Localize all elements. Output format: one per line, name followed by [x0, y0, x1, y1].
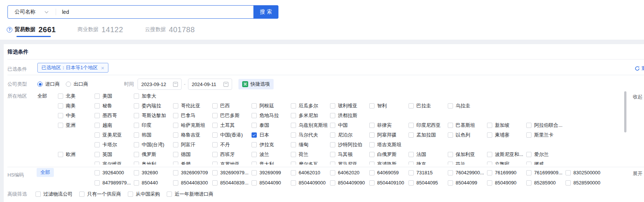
- radio-icon[interactable]: [66, 82, 71, 87]
- region-checkbox-孟加拉国[interactable]: 孟加拉国: [409, 132, 448, 138]
- checkbox-icon[interactable]: [173, 103, 178, 108]
- checkbox-icon[interactable]: [58, 152, 63, 157]
- region-checkbox-巴拿马[interactable]: 巴拿马: [173, 112, 212, 119]
- radio-进口商[interactable]: 进口商: [37, 81, 60, 88]
- checkbox-icon[interactable]: [167, 192, 172, 197]
- question-circle-icon[interactable]: ?: [7, 27, 12, 33]
- region-checkbox-加拿大[interactable]: 加拿大: [134, 93, 173, 100]
- region-checkbox-阿塞拜疆[interactable]: 阿塞拜疆: [369, 132, 409, 138]
- checkbox-icon[interactable]: [330, 170, 335, 175]
- region-checkbox-危地马拉[interactable]: 危地马拉: [252, 112, 291, 119]
- checkbox-icon[interactable]: [291, 113, 296, 118]
- region-checkbox-韩国[interactable]: 韩国: [134, 132, 173, 138]
- region-group-checkbox-亚洲[interactable]: 亚洲: [58, 122, 95, 129]
- checkbox-icon[interactable]: [134, 94, 139, 99]
- checkbox-icon[interactable]: [95, 162, 100, 165]
- region-checkbox-伊拉克[interactable]: 伊拉克: [252, 141, 291, 148]
- region-scroll-area[interactable]: 北美美国加拿大南美秘鲁委内瑞拉哥伦比亚巴西阿根廷厄瓜多尔玻利维亚智利巴拉圭乌拉圭…: [58, 91, 626, 165]
- region-checkbox-巴巴多斯[interactable]: 巴巴多斯: [212, 112, 252, 119]
- checkbox-icon[interactable]: [173, 132, 178, 138]
- checkbox-icon[interactable]: [95, 152, 100, 157]
- region-checkbox-波兰[interactable]: 波兰: [252, 151, 291, 158]
- hs-checkbox-64062010[interactable]: 64062010: [291, 170, 330, 175]
- region-checkbox-希腊[interactable]: 希腊: [173, 161, 212, 165]
- checkbox-icon[interactable]: [369, 132, 375, 138]
- checkbox-icon[interactable]: [487, 132, 492, 138]
- region-group-checkbox-中美[interactable]: 中美: [58, 112, 95, 119]
- region-checkbox-保加利亚[interactable]: 保加利亚: [448, 151, 487, 158]
- hs-checkbox-85044095[interactable]: 85044095: [409, 180, 448, 186]
- checkbox-icon[interactable]: [369, 142, 375, 147]
- checkbox-icon[interactable]: [134, 152, 139, 157]
- checkbox-icon[interactable]: [291, 123, 296, 128]
- checkbox-icon[interactable]: [95, 94, 100, 99]
- checkbox-icon[interactable]: [291, 132, 296, 138]
- region-checkbox-越南[interactable]: 越南: [95, 122, 134, 129]
- hs-all-link[interactable]: 全部: [37, 168, 54, 177]
- hs-checkbox-8504409000[interactable]: 8504409000: [291, 180, 330, 186]
- quick-options-button[interactable]: ⌘ 快捷选项: [238, 79, 274, 89]
- region-checkbox-以色列[interactable]: 以色列: [448, 132, 487, 138]
- checkbox-icon[interactable]: [58, 123, 63, 128]
- checkbox-icon[interactable]: [173, 162, 178, 165]
- checkbox-icon[interactable]: [134, 103, 139, 108]
- checkbox-icon[interactable]: [409, 170, 414, 175]
- checkbox-icon[interactable]: [212, 162, 218, 165]
- checkbox-icon[interactable]: [291, 180, 296, 186]
- checkbox-icon[interactable]: [212, 113, 218, 118]
- region-checkbox-克罗地亚[interactable]: 克罗地亚: [212, 161, 252, 165]
- checkbox-icon[interactable]: [369, 170, 375, 175]
- checkbox-icon[interactable]: [212, 123, 218, 128]
- checkbox-icon[interactable]: [487, 162, 492, 165]
- radio-出口商[interactable]: 出口商: [66, 81, 88, 88]
- checkbox-icon[interactable]: [291, 142, 296, 147]
- region-checkbox-美国[interactable]: 美国: [95, 93, 134, 100]
- hs-checkbox-8504409100[interactable]: 8504409100: [369, 180, 409, 186]
- checkbox-icon[interactable]: [252, 142, 257, 147]
- checkbox-icon[interactable]: [252, 170, 257, 175]
- checkbox-icon[interactable]: [58, 103, 63, 108]
- checkbox-icon[interactable]: [369, 103, 375, 108]
- region-checkbox-摩尔多瓦[interactable]: 摩尔多瓦: [291, 161, 330, 165]
- region-checkbox-不丹[interactable]: 不丹: [212, 141, 252, 148]
- checkbox-icon[interactable]: [330, 113, 335, 118]
- region-checkbox-马尔代夫[interactable]: 马尔代夫: [291, 132, 330, 138]
- region-checkbox-沙特阿拉伯[interactable]: 沙特阿拉伯: [330, 141, 369, 148]
- checkbox-icon[interactable]: [487, 180, 492, 186]
- region-checkbox-尼泊尔[interactable]: 尼泊尔: [330, 132, 369, 138]
- region-checkbox-厄瓜多尔[interactable]: 厄瓜多尔: [291, 102, 330, 109]
- hs-checkbox-847989979...[interactable]: 847989979...: [95, 180, 134, 186]
- region-checkbox-巴拉圭[interactable]: 巴拉圭: [409, 102, 448, 109]
- checkbox-icon[interactable]: [134, 162, 139, 165]
- checkbox-icon[interactable]: [330, 162, 335, 165]
- hs-checkbox-85044099[interactable]: 85044099: [448, 180, 487, 186]
- checkbox-icon[interactable]: [252, 113, 257, 118]
- checkbox-icon[interactable]: [95, 132, 100, 138]
- checkbox-icon[interactable]: [369, 162, 375, 165]
- advanced-checkbox-从中国采购[interactable]: 从中国采购: [128, 191, 160, 198]
- checkbox-icon[interactable]: [291, 152, 296, 157]
- hs-checkbox-761699909...[interactable]: 761699909...: [526, 170, 566, 175]
- region-checkbox-捷克[interactable]: 捷克: [409, 161, 448, 165]
- checkbox-icon[interactable]: [95, 180, 100, 186]
- search-type-select[interactable]: 公司名称: [8, 6, 56, 18]
- region-checkbox-洪都拉斯[interactable]: 洪都拉斯: [330, 112, 369, 119]
- region-scrollbar-thumb[interactable]: [624, 91, 626, 132]
- region-group-checkbox-北美[interactable]: 北美: [58, 93, 95, 100]
- radio-selected-icon[interactable]: [37, 82, 43, 87]
- region-checkbox-柬埔寨[interactable]: 柬埔寨: [487, 132, 526, 138]
- selected-region-tag[interactable]: 已选地区：日本等1个地区 ×: [37, 63, 108, 73]
- checkbox-icon[interactable]: [409, 152, 414, 157]
- hs-checkbox-760429900...[interactable]: 760429900...: [448, 170, 487, 175]
- checkbox-icon[interactable]: [330, 142, 335, 147]
- checkbox-icon[interactable]: [252, 180, 257, 186]
- hs-checkbox-64062020[interactable]: 64062020: [330, 170, 369, 175]
- region-checkbox-法国[interactable]: 法国: [409, 151, 448, 158]
- region-checkbox-印度[interactable]: 印度: [134, 122, 173, 129]
- hs-checkbox-850440[interactable]: 850440: [134, 180, 173, 186]
- region-checkbox-俄罗斯[interactable]: 俄罗斯: [134, 151, 173, 158]
- checkbox-icon[interactable]: [566, 170, 571, 175]
- region-checkbox-卡塔尔[interactable]: 卡塔尔: [95, 141, 134, 148]
- checkbox-icon[interactable]: [173, 142, 178, 147]
- checkbox-icon[interactable]: [526, 132, 531, 138]
